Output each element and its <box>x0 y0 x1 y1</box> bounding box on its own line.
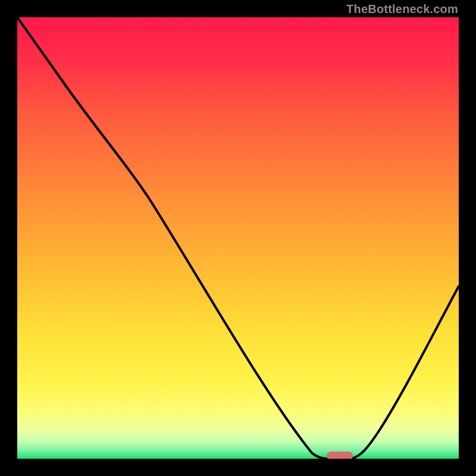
plot-area <box>17 17 459 459</box>
watermark-text: TheBottleneck.com <box>346 2 458 16</box>
bottleneck-curve <box>17 17 459 459</box>
optimal-marker <box>327 452 353 459</box>
chart-overlay <box>17 17 459 459</box>
chart-frame: TheBottleneck.com <box>0 0 476 476</box>
